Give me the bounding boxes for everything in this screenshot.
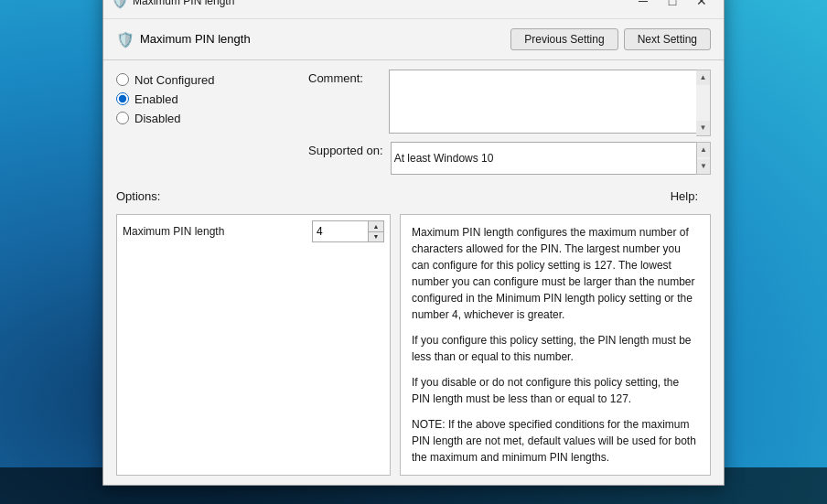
radio-disabled-label: Disabled xyxy=(134,112,181,125)
spin-buttons: ▲ ▼ xyxy=(368,221,383,241)
dialog-title-text: Maximum PIN length xyxy=(140,32,251,46)
supported-label: Supported on: xyxy=(308,142,383,157)
supported-scrollbar[interactable]: ▲ ▼ xyxy=(696,142,711,175)
options-panel: Maximum PIN length ▲ ▼ xyxy=(116,214,391,476)
radio-panel: Not Configured Enabled Disabled xyxy=(116,70,299,175)
comment-label: Comment: xyxy=(308,70,381,85)
help-panel: Maximum PIN length configures the maximu… xyxy=(400,214,711,476)
section-labels: Options: Help: xyxy=(103,184,724,207)
help-para-4: NOTE: If the above specified conditions … xyxy=(412,416,699,466)
dialog-body: Not Configured Enabled Disabled Comment: xyxy=(103,60,724,184)
radio-not-configured[interactable]: Not Configured xyxy=(116,73,299,87)
supported-scroll-up[interactable]: ▲ xyxy=(697,143,710,157)
radio-enabled-input[interactable] xyxy=(116,92,129,105)
window-icon: 🛡️ xyxy=(113,0,127,8)
comment-scrollbar[interactable]: ▲ ▼ xyxy=(696,70,711,136)
options-section-label: Options: xyxy=(116,189,160,203)
spin-up-button[interactable]: ▲ xyxy=(369,221,383,231)
radio-not-configured-label: Not Configured xyxy=(134,73,214,87)
supported-field: At least Windows 10 xyxy=(391,142,711,175)
radio-disabled-input[interactable] xyxy=(116,112,129,124)
window-title: Maximum PIN length xyxy=(133,0,625,7)
help-para-2: If you configure this policy setting, th… xyxy=(412,332,699,365)
radio-not-configured-input[interactable] xyxy=(116,73,129,86)
dialog-header: 🛡️ Maximum PIN length Previous Setting N… xyxy=(103,19,724,60)
spin-down-button[interactable]: ▼ xyxy=(369,231,383,241)
spin-field-row: Maximum PIN length ▲ ▼ xyxy=(117,215,390,248)
header-icon: 🛡️ xyxy=(116,31,133,48)
radio-group: Not Configured Enabled Disabled xyxy=(116,73,299,125)
scroll-down-arrow[interactable]: ▼ xyxy=(696,121,710,135)
radio-enabled-label: Enabled xyxy=(134,92,178,106)
comment-textarea[interactable] xyxy=(389,70,711,134)
spin-label: Maximum PIN length xyxy=(123,225,312,238)
supported-value: At least Windows 10 xyxy=(394,152,494,165)
maximize-button[interactable]: □ xyxy=(660,0,685,11)
dialog-title-row: 🛡️ Maximum PIN length xyxy=(116,31,251,48)
scroll-track xyxy=(696,85,710,121)
help-para-3: If you disable or do not configure this … xyxy=(412,374,699,407)
radio-disabled[interactable]: Disabled xyxy=(116,112,299,125)
supported-scroll-down[interactable]: ▼ xyxy=(697,159,710,174)
close-button[interactable]: ✕ xyxy=(689,0,714,11)
supported-row: Supported on: At least Windows 10 ▲ ▼ xyxy=(308,142,711,175)
scroll-up-arrow[interactable]: ▲ xyxy=(696,70,710,85)
title-bar: 🛡️ Maximum PIN length ─ □ ✕ xyxy=(103,0,724,19)
spin-input[interactable] xyxy=(313,221,368,241)
spin-input-wrap: ▲ ▼ xyxy=(312,220,384,242)
comment-container: ▲ ▼ xyxy=(389,70,711,136)
minimize-button[interactable]: ─ xyxy=(630,0,656,11)
nav-buttons: Previous Setting Next Setting xyxy=(510,28,711,50)
radio-enabled[interactable]: Enabled xyxy=(116,92,299,106)
help-content: Maximum PIN length configures the maximu… xyxy=(401,215,710,475)
next-setting-button[interactable]: Next Setting xyxy=(624,28,711,50)
main-dialog-window: 🛡️ Maximum PIN length ─ □ ✕ 🛡️ Maximum P… xyxy=(102,0,725,486)
window-controls: ─ □ ✕ xyxy=(630,0,714,11)
help-para-1: Maximum PIN length configures the maximu… xyxy=(412,224,699,323)
comment-row: Comment: ▲ ▼ xyxy=(308,70,711,136)
bottom-section: Maximum PIN length ▲ ▼ Maximum PIN lengt… xyxy=(103,207,724,485)
right-panel: Comment: ▲ ▼ Supported on: At least Wind… xyxy=(308,70,711,175)
help-section-label: Help: xyxy=(671,189,711,203)
prev-setting-button[interactable]: Previous Setting xyxy=(510,28,618,50)
